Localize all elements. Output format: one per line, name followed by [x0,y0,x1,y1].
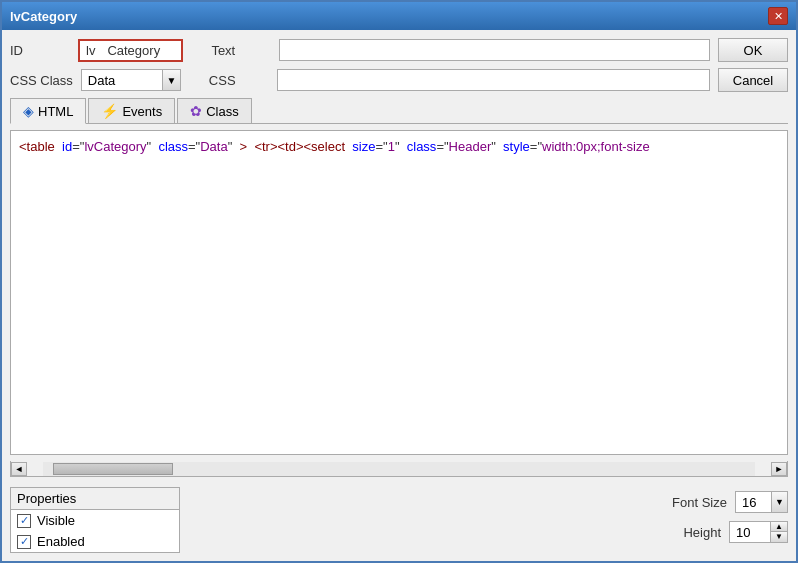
editor-content: <table id="lvCategory" class="Data" > <t… [11,131,787,162]
tab-html[interactable]: ◈ HTML [10,98,86,124]
font-size-label: Font Size [667,495,727,510]
properties-title: Properties [11,488,179,510]
visible-property: Visible [11,510,179,531]
window-title: lvCategory [10,9,77,24]
cancel-button[interactable]: Cancel [718,68,788,92]
enabled-checkbox[interactable] [17,535,31,549]
css-class-dropdown[interactable]: Data ▼ [81,69,181,91]
css-class-arrow[interactable]: ▼ [162,70,180,90]
title-bar: lvCategory ✕ [2,2,796,30]
bottom-panel: Properties Visible Enabled Font Size 16 … [10,487,788,553]
right-properties: Font Size 16 ▼ Height 10 ▲ ▼ [192,487,788,553]
css-class-value: Data [82,71,162,90]
main-window: lvCategory ✕ ID lv Category Text OK CSS … [0,0,798,563]
font-size-value: 16 [736,492,771,512]
css-row: CSS Class Data ▼ CSS Cancel [10,68,788,92]
horizontal-scrollbar[interactable]: ◄ ► [10,461,788,477]
visible-checkbox[interactable] [17,514,31,528]
text-input[interactable] [279,39,710,61]
scrollbar-thumb[interactable] [53,463,173,475]
scrollbar-track [43,462,755,476]
css-class-label: CSS Class [10,73,73,88]
tab-events[interactable]: ⚡ Events [88,98,175,123]
events-icon: ⚡ [101,103,118,119]
height-spinner[interactable]: 10 ▲ ▼ [729,521,788,543]
tab-class[interactable]: ✿ Class [177,98,252,123]
height-spin-down[interactable]: ▼ [771,532,787,542]
close-button[interactable]: ✕ [768,7,788,25]
height-row: Height 10 ▲ ▼ [661,521,788,543]
font-size-dropdown[interactable]: 16 ▼ [735,491,788,513]
id-input-group: lv Category [78,39,183,62]
ok-button[interactable]: OK [718,38,788,62]
id-row: ID lv Category Text OK [10,38,788,62]
tab-events-label: Events [122,104,162,119]
css-label: CSS [209,73,269,88]
tab-html-label: HTML [38,104,73,119]
editor-area[interactable]: <table id="lvCategory" class="Data" > <t… [10,130,788,455]
enabled-label: Enabled [37,534,85,549]
properties-box: Properties Visible Enabled [10,487,180,553]
id-value: Category [101,41,181,60]
font-size-arrow-icon[interactable]: ▼ [771,492,787,512]
id-prefix: lv [80,41,101,60]
main-content: ID lv Category Text OK CSS Class Data ▼ … [2,30,796,561]
height-label: Height [661,525,721,540]
text-label: Text [211,43,271,58]
title-bar-buttons: ✕ [768,7,788,25]
class-icon: ✿ [190,103,202,119]
font-size-row: Font Size 16 ▼ [667,491,788,513]
id-label: ID [10,43,70,58]
height-value: 10 [730,522,770,542]
tabs-bar: ◈ HTML ⚡ Events ✿ Class [10,98,788,124]
enabled-property: Enabled [11,531,179,552]
scroll-left-button[interactable]: ◄ [11,462,27,476]
html-icon: ◈ [23,103,34,119]
tab-class-label: Class [206,104,239,119]
height-spin-buttons: ▲ ▼ [770,522,787,542]
css-input[interactable] [277,69,710,91]
height-spin-up[interactable]: ▲ [771,522,787,532]
scroll-right-button[interactable]: ► [771,462,787,476]
visible-label: Visible [37,513,75,528]
